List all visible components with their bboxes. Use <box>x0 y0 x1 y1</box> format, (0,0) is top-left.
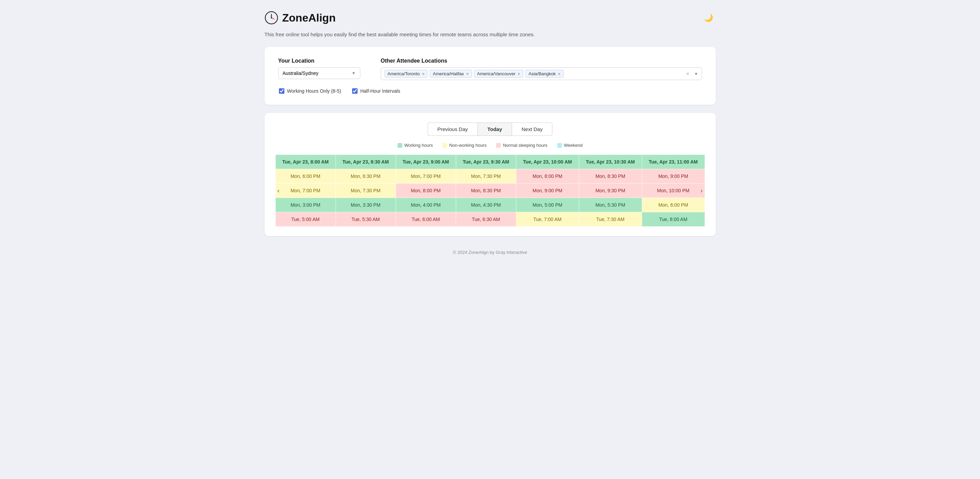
table-cell: Mon, 7:30 PM <box>336 184 396 198</box>
attendee-tag: America/Toronto× <box>385 70 428 78</box>
prev-day-button[interactable]: Previous Day <box>428 123 477 136</box>
next-day-button[interactable]: Next Day <box>512 123 553 136</box>
table-cell: Tue, 6:30 AM <box>456 212 516 227</box>
your-location-select-wrapper[interactable]: Australia/Sydney ▼ <box>278 67 360 79</box>
your-location-label: Your Location <box>278 58 360 64</box>
table-cell: Tue, 7:30 AM <box>579 212 642 227</box>
working-hours-option[interactable]: Working Hours Only (8-5) <box>279 88 341 94</box>
legend-label: Weekend <box>564 143 583 148</box>
table-cell: Mon, 10:00 PM <box>642 184 705 198</box>
table-cell: Tue, 5:00 AM <box>275 212 336 227</box>
select-arrow-icon: ▼ <box>352 71 356 76</box>
location-row: Your Location Australia/Sydney ▼ Other A… <box>278 58 702 80</box>
table-cell: Mon, 8:00 PM <box>516 169 579 184</box>
table-cell: Mon, 6:00 PM <box>275 169 336 184</box>
table-cell: Tue, Apr 23, 10:30 AM <box>579 155 642 169</box>
legend-color <box>398 143 402 148</box>
your-location-select[interactable]: Australia/Sydney <box>283 70 349 76</box>
half-hour-label: Half-Hour Intervals <box>360 88 400 94</box>
table-cell: Tue, Apr 23, 8:00 AM <box>275 155 336 169</box>
settings-card: Your Location Australia/Sydney ▼ Other A… <box>264 47 716 105</box>
table-cell: Mon, 8:30 PM <box>456 184 516 198</box>
table-cell: Mon, 4:00 PM <box>396 198 456 212</box>
legend-label: Working hours <box>404 143 433 148</box>
table-cell: Tue, Apr 23, 8:30 AM <box>336 155 396 169</box>
attendee-clear-button[interactable]: × <box>685 71 690 77</box>
legend-item: Weekend <box>557 143 583 148</box>
table-cell: Tue, Apr 23, 11:00 AM <box>642 155 705 169</box>
table-cell: Mon, 4:30 PM <box>456 198 516 212</box>
attendee-dropdown-icon: ▼ <box>694 72 698 76</box>
schedule-scroll-wrapper[interactable]: ‹ Tue, Apr 23, 8:00 AMTue, Apr 23, 8:30 … <box>275 155 705 227</box>
table-cell: Mon, 3:30 PM <box>336 198 396 212</box>
legend-item: Non-working hours <box>442 143 487 148</box>
schedule-card: Previous Day Today Next Day Working hour… <box>264 113 716 236</box>
options-row: Working Hours Only (8-5) Half-Hour Inter… <box>279 88 702 94</box>
legend-row: Working hoursNon-working hoursNormal sle… <box>275 143 705 148</box>
table-cell: Mon, 9:30 PM <box>579 184 642 198</box>
tag-label: America/Toronto <box>388 71 420 76</box>
table-cell: Tue, 8:00 AM <box>642 212 705 227</box>
table-cell: Mon, 8:30 PM <box>579 169 642 184</box>
tag-label: Asia/Bangkok <box>528 71 556 76</box>
table-cell: Tue, Apr 23, 9:00 AM <box>396 155 456 169</box>
table-cell: Mon, 7:30 PM <box>456 169 516 184</box>
legend-color <box>557 143 562 148</box>
table-cell: Mon, 6:00 PM <box>642 198 705 212</box>
table-cell: Mon, 6:30 PM <box>336 169 396 184</box>
footer: © 2024 ZoneAlign by Gray Interactive <box>264 250 716 262</box>
attendee-tag: America/Halifax× <box>430 70 472 78</box>
legend-color <box>496 143 501 148</box>
table-cell: Tue, 6:00 AM <box>396 212 456 227</box>
tag-remove-button[interactable]: × <box>517 72 520 76</box>
clock-icon <box>264 11 278 25</box>
app-title: ZoneAlign <box>282 12 336 24</box>
attendee-input-area[interactable]: America/Toronto×America/Halifax×America/… <box>381 67 702 80</box>
schedule-table: Tue, Apr 23, 8:00 AMTue, Apr 23, 8:30 AM… <box>275 155 705 227</box>
table-cell: Mon, 7:00 PM <box>275 184 336 198</box>
tag-label: America/Halifax <box>433 71 464 76</box>
table-cell: Tue, Apr 23, 10:00 AM <box>516 155 579 169</box>
table-cell: Mon, 8:00 PM <box>396 184 456 198</box>
table-cell: Mon, 7:00 PM <box>396 169 456 184</box>
dark-mode-button[interactable]: 🌙 <box>701 12 716 24</box>
tag-label: America/Vancouver <box>477 71 515 76</box>
scroll-right-button[interactable]: › <box>699 186 705 196</box>
legend-item: Normal sleeping hours <box>496 143 547 148</box>
table-cell: Tue, 7:00 AM <box>516 212 579 227</box>
table-cell: Tue, 5:30 AM <box>336 212 396 227</box>
logo-area: ZoneAlign <box>264 11 336 25</box>
svg-point-3 <box>271 17 272 19</box>
moon-icon: 🌙 <box>704 13 713 22</box>
table-cell: Tue, Apr 23, 9:30 AM <box>456 155 516 169</box>
day-nav-row: Previous Day Today Next Day <box>275 123 705 136</box>
legend-label: Non-working hours <box>449 143 487 148</box>
attendee-label: Other Attendee Locations <box>381 58 702 64</box>
working-hours-label: Working Hours Only (8-5) <box>287 88 341 94</box>
scroll-left-button[interactable]: ‹ <box>275 186 282 196</box>
legend-label: Normal sleeping hours <box>503 143 547 148</box>
attendee-search-input[interactable] <box>566 71 682 76</box>
tag-remove-button[interactable]: × <box>422 72 425 76</box>
tag-remove-button[interactable]: × <box>558 72 561 76</box>
tag-remove-button[interactable]: × <box>466 72 469 76</box>
legend-item: Working hours <box>398 143 433 148</box>
your-location-group: Your Location Australia/Sydney ▼ <box>278 58 360 79</box>
table-cell: Mon, 5:30 PM <box>579 198 642 212</box>
page-header: ZoneAlign 🌙 <box>264 11 716 25</box>
footer-text: © 2024 ZoneAlign by Gray Interactive <box>453 250 527 255</box>
working-hours-checkbox[interactable] <box>279 88 285 94</box>
table-cell: Mon, 9:00 PM <box>516 184 579 198</box>
table-cell: Mon, 9:00 PM <box>642 169 705 184</box>
table-cell: Mon, 5:00 PM <box>516 198 579 212</box>
half-hour-checkbox[interactable] <box>352 88 358 94</box>
attendee-tag: Asia/Bangkok× <box>525 70 564 78</box>
table-cell: Mon, 3:00 PM <box>275 198 336 212</box>
half-hour-option[interactable]: Half-Hour Intervals <box>352 88 400 94</box>
legend-color <box>442 143 447 148</box>
today-button[interactable]: Today <box>477 123 512 136</box>
attendee-tag: America/Vancouver× <box>474 70 524 78</box>
tagline: This free online tool helps you easily f… <box>264 32 716 37</box>
attendee-locations-group: Other Attendee Locations America/Toronto… <box>381 58 702 80</box>
